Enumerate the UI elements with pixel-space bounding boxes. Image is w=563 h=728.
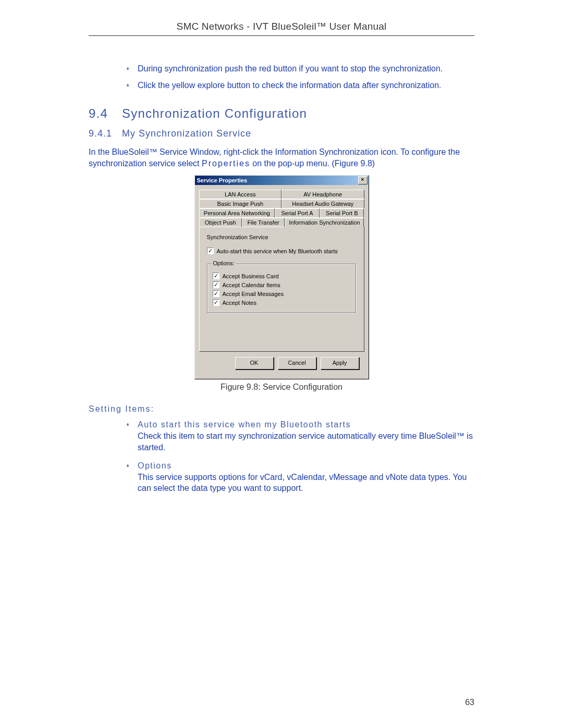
section-number: 9.4 <box>89 106 122 121</box>
tab-basic-image-push[interactable]: Basic Image Push <box>199 199 282 208</box>
diamond-icon: ♦ <box>125 462 130 470</box>
setting-items-list: ♦ Auto start this service when my Blueto… <box>125 419 474 494</box>
tab-file-transfer[interactable]: File Transfer <box>242 218 285 227</box>
list-item: ♦ Options This service supports options … <box>125 460 474 494</box>
autostart-label: Auto-start this service when My Bluetoot… <box>217 248 338 254</box>
intro-bullets: ♦ During synchronization push the red bu… <box>125 63 474 91</box>
opt-label: Accept Notes <box>223 300 256 306</box>
dialog-titlebar[interactable]: Service Properties × <box>195 176 369 185</box>
close-icon[interactable]: × <box>358 176 368 184</box>
setting-item-body: This service supports options for vCard,… <box>138 473 467 493</box>
cancel-button[interactable]: Cancel <box>278 357 316 369</box>
tab-panel: Synchronization Service ✓ Auto-start thi… <box>199 227 364 352</box>
setting-item-title: Options <box>138 461 172 470</box>
diamond-icon: ♦ <box>125 421 130 428</box>
opt-business-card-checkbox[interactable]: ✓ <box>213 273 219 279</box>
service-properties-dialog: Service Properties × LAN Access AV Headp… <box>194 175 369 379</box>
bullet-text: During synchronization push the red butt… <box>138 63 474 75</box>
setting-item-title: Auto start this service when my Bluetoot… <box>138 420 351 429</box>
tab-serial-b[interactable]: Serial Port B <box>320 208 364 218</box>
list-item: ♦ During synchronization push the red bu… <box>125 63 474 75</box>
autostart-checkbox[interactable]: ✓ <box>207 248 214 254</box>
diamond-icon: ♦ <box>125 81 130 89</box>
figure-caption: Figure 9.8: Service Configuration <box>89 382 474 392</box>
bullet-text: Click the yellow explore button to check… <box>138 80 474 91</box>
ok-button[interactable]: OK <box>235 357 274 369</box>
diamond-icon: ♦ <box>125 65 130 72</box>
opt-label: Accept Business Card <box>223 273 279 279</box>
tab-serial-a[interactable]: Serial Port A <box>275 208 320 218</box>
tab-lan-access[interactable]: LAN Access <box>199 190 282 199</box>
list-item: ♦ Click the yellow explore button to che… <box>125 80 474 91</box>
tab-av-headphone[interactable]: AV Headphone <box>282 190 364 199</box>
tab-pan[interactable]: Personal Area Networking <box>199 208 275 218</box>
section-title: Synchronization Configuration <box>122 106 307 121</box>
list-item: ♦ Auto start this service when my Blueto… <box>125 419 474 453</box>
service-label: Synchronization Service <box>207 234 357 240</box>
opt-email-checkbox[interactable]: ✓ <box>213 290 219 297</box>
section-heading: 9.4 Synchronization Configuration <box>89 106 474 121</box>
opt-label: Accept Calendar Items <box>223 282 280 288</box>
apply-button[interactable]: Apply <box>321 357 359 369</box>
page-number: 63 <box>465 698 474 707</box>
options-fieldset: Options: ✓Accept Business Card ✓Accept C… <box>207 264 357 314</box>
subsection-title: My Synchronization Service <box>122 128 251 139</box>
setting-items-heading: Setting Items: <box>89 404 474 414</box>
intro-paragraph: In the BlueSoleil™ Service Window, right… <box>89 146 474 169</box>
dialog-title: Service Properties <box>197 177 248 183</box>
tab-object-push[interactable]: Object Push <box>199 218 242 227</box>
subsection-number: 9.4.1 <box>89 128 122 139</box>
subsection-heading: 9.4.1 My Synchronization Service <box>89 128 474 139</box>
opt-calendar-checkbox[interactable]: ✓ <box>213 281 219 288</box>
options-legend: Options: <box>212 260 236 266</box>
tab-info-sync[interactable]: Information Synchronization <box>285 218 364 227</box>
opt-notes-checkbox[interactable]: ✓ <box>213 299 219 306</box>
page-header: SMC Networks - IVT BlueSoleil™ User Manu… <box>89 21 474 36</box>
setting-item-body: Check this item to start my synchronizat… <box>138 431 473 452</box>
opt-label: Accept Email Messages <box>223 291 284 297</box>
tab-headset-audio-gateway[interactable]: Headset Audio Gateway <box>282 199 364 208</box>
properties-word: Properties <box>202 159 250 168</box>
